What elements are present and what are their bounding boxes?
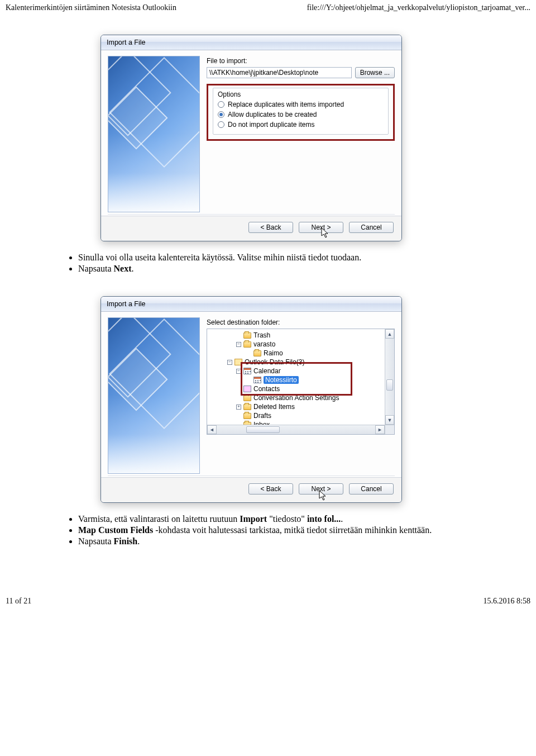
folder-tree[interactable]: Trash − varasto Raimo − [207,329,395,435]
wizard-graphic [108,56,200,212]
dialog-title: Import a File [101,35,401,50]
scroll-right-icon[interactable]: ► [375,425,385,434]
file-to-import-label: File to import: [207,57,395,65]
radio-icon [218,121,224,128]
scroll-left-icon[interactable]: ◄ [207,425,217,434]
folder-icon [243,341,251,348]
pst-icon [234,359,242,365]
tree-item-trash[interactable]: Trash [208,331,393,340]
tree-item-varasto[interactable]: − varasto [208,340,393,349]
instruction-item: Varmista, että valintarasti on laitettu … [78,514,530,524]
folder-icon [243,404,251,410]
wizard-graphic [108,317,200,474]
options-highlight-box: Options Replace duplicates with items im… [207,84,395,141]
scroll-down-icon[interactable]: ▼ [385,415,394,425]
contacts-icon [243,386,251,392]
folder-icon [243,395,251,401]
option-label: Allow duplicates to be created [228,111,317,118]
cancel-button[interactable]: Cancel [349,222,394,233]
tree-item-contacts[interactable]: Contacts [208,385,393,394]
doc-title: Kalenterimerkintöjen siirtäminen Notesis… [6,3,176,12]
import-file-dialog-2: Import a File Select destination folder:… [100,296,402,503]
horizontal-scrollbar[interactable]: ◄ ► [207,425,394,434]
tree-item-deleted-items[interactable]: + Deleted Items [208,403,393,412]
doc-url: file:///Y:/ohjeet/ohjelmat_ja_verkkopalv… [307,3,530,12]
calendar-icon [243,368,251,374]
tree-item-outlook-data-file[interactable]: − Outlook Data File(3) [208,358,393,367]
option-replace-duplicates[interactable]: Replace duplicates with items imported [218,101,384,108]
collapse-icon[interactable]: − [236,369,241,374]
cancel-button[interactable]: Cancel [349,483,394,495]
instruction-item: Map Custom Fields -kohdasta voit halutes… [78,525,530,535]
folder-icon [243,413,251,419]
browse-button[interactable]: Browse ... [355,67,395,78]
radio-icon [218,111,224,118]
back-button[interactable]: < Back [248,222,293,233]
scrollbar-thumb[interactable] [386,379,393,391]
options-title: Options [218,91,384,98]
dialog-title: Import a File [101,297,401,312]
instruction-list-1: Sinulla voi olla useita kalentereita käy… [78,253,530,274]
page-header: Kalenterimerkintöjen siirtäminen Notesis… [0,0,536,12]
options-groupbox: Options Replace duplicates with items im… [213,88,389,135]
instruction-item: Napsauta Next. [78,264,530,274]
page-footer: 11 of 21 15.6.2016 8:58 [0,563,536,611]
next-button[interactable]: Next > [299,483,343,495]
radio-icon [218,101,224,108]
tree-item-drafts[interactable]: Drafts [208,412,393,421]
tree-item-calendar[interactable]: − Calendar [208,367,393,376]
scroll-up-icon[interactable]: ▲ [385,329,394,339]
select-destination-label: Select destination folder: [207,318,395,326]
import-file-dialog-1: Import a File File to import: \\ATKK\hom… [100,35,402,241]
folder-icon [253,350,261,356]
option-skip-duplicates[interactable]: Do not import duplicate items [218,121,384,129]
page-timestamp: 15.6.2016 8:58 [484,597,530,606]
tree-item-notessiirto[interactable]: Notessiirto [208,376,393,385]
instruction-item: Sinulla voi olla useita kalentereita käy… [78,253,530,263]
option-label: Replace duplicates with items imported [228,101,344,108]
folder-icon [243,332,251,339]
instruction-item: Napsauta Finish. [78,536,530,546]
collapse-icon[interactable]: − [236,342,241,347]
collapse-icon[interactable]: − [227,360,232,365]
file-path-input[interactable]: \\ATKK\home\j\jpitkane\Desktop\note [207,67,352,78]
back-button[interactable]: < Back [248,483,293,495]
calendar-icon [253,377,261,383]
option-allow-duplicates[interactable]: Allow duplicates to be created [218,111,384,118]
next-button[interactable]: Next > [299,222,343,233]
tree-item-raimo[interactable]: Raimo [208,349,393,358]
scrollbar-thumb[interactable] [246,426,280,433]
option-label: Do not import duplicate items [228,121,314,129]
page-number: 11 of 21 [6,597,31,606]
vertical-scrollbar[interactable]: ▲ ▼ [385,329,394,425]
instruction-list-2: Varmista, että valintarasti on laitettu … [78,514,530,546]
tree-item-conversation-settings[interactable]: Conversation Action Settings [208,394,393,403]
expand-icon[interactable]: + [236,405,241,410]
